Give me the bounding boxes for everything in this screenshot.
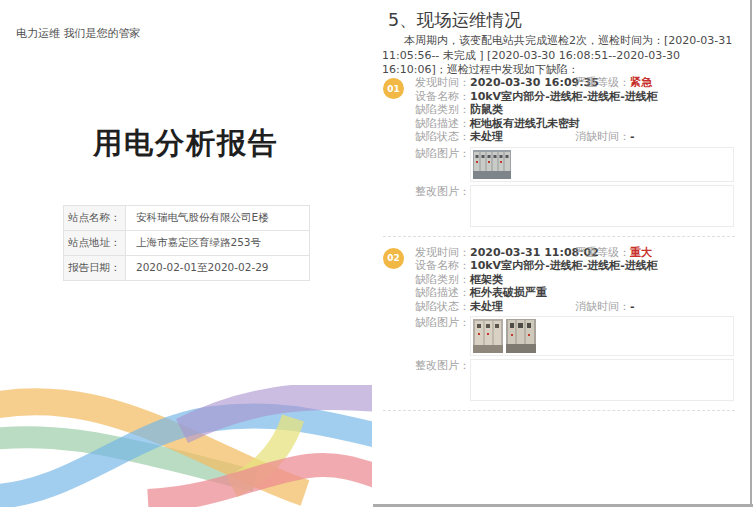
site-name-value: 安科瑞电气股份有限公司E楼 xyxy=(126,206,310,231)
defect-category-row: 缺陷类别：框架类 xyxy=(415,273,735,287)
defect-status-row: 缺陷状态：未处理 消缺时间：- xyxy=(415,130,735,144)
defect-category-row: 缺陷类别：防鼠类 xyxy=(415,103,735,117)
report-viewer: 电力运维 我们是您的管家 用电分析报告 站点名称： 安科瑞电气股份有限公司E楼 … xyxy=(0,0,756,513)
table-row: 报告日期： 2020-02-01至2020-02-29 xyxy=(64,256,310,281)
rectify-photos-row: 整改图片： xyxy=(415,359,735,401)
severity-label: 严重等级： xyxy=(575,246,630,259)
device-name-value: 10kV室内部分-进线柜-进线柜-进线柜 xyxy=(470,259,658,272)
clear-time-label: 消缺时间： xyxy=(575,300,630,313)
clear-time-value: - xyxy=(630,130,635,143)
defect-category-label: 缺陷类别： xyxy=(415,103,470,116)
company-slogan: 电力运维 我们是您的管家 xyxy=(16,26,141,41)
severity-value: 重大 xyxy=(630,246,652,259)
section-title: 5、现场运维情况 xyxy=(388,8,522,32)
site-name-label: 站点名称： xyxy=(64,206,126,231)
table-row: 站点地址： 上海市嘉定区育绿路253号 xyxy=(64,231,310,256)
report-date-value: 2020-02-01至2020-02-29 xyxy=(126,256,310,281)
device-name-row: 设备名称：10kV室内部分-进线柜-进线柜-进线柜 xyxy=(415,90,735,104)
defect-category-value: 防鼠类 xyxy=(470,103,503,116)
severity-pair: 严重等级：重大 xyxy=(575,246,652,260)
horizontal-scrollbar[interactable] xyxy=(373,504,753,507)
rectify-photos-label: 整改图片： xyxy=(415,185,470,199)
record-divider xyxy=(383,236,735,237)
clear-time-pair: 消缺时间：- xyxy=(575,300,635,314)
device-name-row: 设备名称：10kV室内部分-进线柜-进线柜-进线柜 xyxy=(415,259,735,273)
defect-photo-thumbnail[interactable] xyxy=(473,319,503,353)
device-name-value: 10kV室内部分-进线柜-进线柜-进线柜 xyxy=(470,90,658,103)
device-name-label: 设备名称： xyxy=(415,259,470,272)
record-divider xyxy=(383,410,735,411)
table-row: 站点名称： 安科瑞电气股份有限公司E楼 xyxy=(64,206,310,231)
found-time-label: 发现时间： xyxy=(415,76,470,89)
defect-photo-thumbnail[interactable] xyxy=(473,150,511,179)
found-time-row: 发现时间：2020-03-30 16:09:35 严重等级：紧急 xyxy=(415,76,735,90)
clear-time-label: 消缺时间： xyxy=(575,130,630,143)
rectify-photos-box xyxy=(470,359,734,401)
defect-desc-row: 缺陷描述：柜外表破损严重 xyxy=(415,286,735,300)
site-address-value: 上海市嘉定区育绿路253号 xyxy=(126,231,310,256)
defect-desc-value: 柜外表破损严重 xyxy=(470,286,547,299)
cover-page: 电力运维 我们是您的管家 用电分析报告 站点名称： 安科瑞电气股份有限公司E楼 … xyxy=(0,0,372,513)
defect-index-badge: 02 xyxy=(383,248,404,269)
defect-category-label: 缺陷类别： xyxy=(415,273,470,286)
rectify-photos-box xyxy=(470,185,734,227)
defect-status-label: 缺陷状态： xyxy=(415,130,470,143)
defect-photos-box xyxy=(470,147,734,182)
rectify-photos-row: 整改图片： xyxy=(415,185,735,227)
severity-label: 严重等级： xyxy=(575,76,630,89)
device-name-label: 设备名称： xyxy=(415,90,470,103)
defect-status-value: 未处理 xyxy=(470,300,503,313)
defect-photos-label: 缺陷图片： xyxy=(415,316,470,330)
defect-status-row: 缺陷状态：未处理 消缺时间：- xyxy=(415,300,735,314)
defect-desc-row: 缺陷描述：柜地板有进线孔未密封 xyxy=(415,117,735,131)
severity-pair: 严重等级：紧急 xyxy=(575,76,652,90)
defect-photos-row: 缺陷图片： xyxy=(415,316,735,356)
defect-photos-row: 缺陷图片： xyxy=(415,147,735,182)
found-time-row: 发现时间：2020-03-31 11:08:02 严重等级：重大 xyxy=(415,246,735,260)
found-time-label: 发现时间： xyxy=(415,246,470,259)
report-date-label: 报告日期： xyxy=(64,256,126,281)
clear-time-pair: 消缺时间：- xyxy=(575,130,635,144)
defect-photo-thumbnail[interactable] xyxy=(506,319,536,353)
defect-index-badge: 01 xyxy=(383,78,404,99)
severity-value: 紧急 xyxy=(630,76,652,89)
defect-category-value: 框架类 xyxy=(470,273,503,286)
defect-record: 02 发现时间：2020-03-31 11:08:02 严重等级：重大 设备名称… xyxy=(383,246,735,402)
defect-photos-box xyxy=(470,316,734,356)
site-address-label: 站点地址： xyxy=(64,231,126,256)
vertical-scrollbar[interactable] xyxy=(750,0,752,504)
report-title: 用电分析报告 xyxy=(0,124,372,164)
ops-page: 5、现场运维情况 本周期内，该变配电站共完成巡检2次，巡检时间为：[2020-0… xyxy=(378,0,750,504)
inspection-summary: 本周期内，该变配电站共完成巡检2次，巡检时间为：[2020-03-31 11:0… xyxy=(382,34,734,78)
defect-record: 01 发现时间：2020-03-30 16:09:35 严重等级：紧急 设备名称… xyxy=(383,76,735,227)
clear-time-value: - xyxy=(630,300,635,313)
defect-desc-value: 柜地板有进线孔未密封 xyxy=(470,117,580,130)
site-info-table: 站点名称： 安科瑞电气股份有限公司E楼 站点地址： 上海市嘉定区育绿路253号 … xyxy=(63,205,310,281)
rectify-photos-label: 整改图片： xyxy=(415,359,470,373)
defect-list: 01 发现时间：2020-03-30 16:09:35 严重等级：紧急 设备名称… xyxy=(383,76,735,420)
defect-status-label: 缺陷状态： xyxy=(415,300,470,313)
defect-photos-label: 缺陷图片： xyxy=(415,147,470,161)
defect-desc-label: 缺陷描述： xyxy=(415,117,470,130)
defect-status-value: 未处理 xyxy=(470,130,503,143)
ribbon-waves-decoration xyxy=(0,385,372,507)
defect-desc-label: 缺陷描述： xyxy=(415,286,470,299)
